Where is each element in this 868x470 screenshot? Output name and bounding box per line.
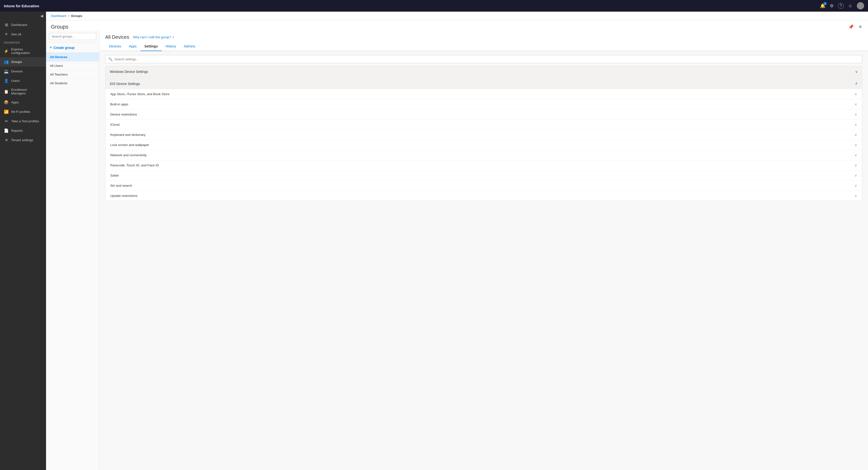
tab-settings[interactable]: Settings xyxy=(141,42,162,51)
sidebar-item-devices[interactable]: 💻 Devices xyxy=(0,67,46,76)
tabs: Devices Apps Settings History Admins xyxy=(99,42,868,51)
dashboard-icon: ⊞ xyxy=(4,23,9,27)
create-group-label: Create group xyxy=(54,46,74,49)
apps-icon: 📦 xyxy=(4,100,9,105)
groups-icon: 👥 xyxy=(4,60,9,64)
item-label: Built-in apps xyxy=(110,102,128,106)
settings-item-siri[interactable]: Siri and search ∨ xyxy=(105,181,862,191)
sidebar-collapse-btn[interactable]: ◀ xyxy=(0,12,46,20)
express-icon: ⚡ xyxy=(4,49,9,54)
external-link-icon: ↗ xyxy=(172,36,174,39)
settings-icon[interactable]: ⚙ xyxy=(830,3,834,8)
sidebar-item-enrollment[interactable]: 📋 Enrollment Managers xyxy=(0,86,46,98)
sidebar-item-express-config[interactable]: ⚡ Express configuration xyxy=(0,45,46,57)
sidebar-item-label: Enrollment Managers xyxy=(11,88,42,95)
windows-settings-header[interactable]: Windows Device Settings ∨ xyxy=(105,66,862,77)
tab-admins[interactable]: Admins xyxy=(180,42,199,51)
group-search-input[interactable] xyxy=(49,33,96,40)
ios-settings-section: iOS Device Settings ∨ App Store, iTunes … xyxy=(105,78,862,201)
enrollment-icon: 📋 xyxy=(4,89,9,94)
chevron-down-icon: ∨ xyxy=(855,143,857,147)
group-name: All Students xyxy=(50,81,67,85)
item-label: Update restrictions xyxy=(110,194,137,198)
settings-search-input[interactable] xyxy=(114,57,859,61)
tab-apps[interactable]: Apps xyxy=(125,42,141,51)
chevron-down-icon: ∨ xyxy=(855,123,857,126)
sidebar-item-label: See all xyxy=(11,32,21,36)
sidebar-item-label: Take a Test profiles xyxy=(11,120,39,123)
sidebar-item-groups[interactable]: 👥 Groups xyxy=(0,57,46,67)
breadcrumb-current: Groups xyxy=(71,14,82,18)
page-header: Groups 📌 ✕ xyxy=(46,20,868,31)
sidebar-item-label: Users xyxy=(11,79,20,82)
pin-button[interactable]: 📌 xyxy=(847,23,855,31)
item-label: Keyboard and dictionary xyxy=(110,133,146,137)
layout: ◀ ⊞ Dashboard ≡ See all FAVORITES ⚡ Expr… xyxy=(0,0,868,470)
chevron-down-icon: ∨ xyxy=(855,174,857,177)
settings-item-lock-screen[interactable]: Lock screen and wallpaper ∨ xyxy=(105,140,862,150)
group-search-container xyxy=(46,31,99,43)
group-name: All Teachers xyxy=(50,73,68,76)
users-icon: 👤 xyxy=(4,78,9,83)
settings-item-update[interactable]: Update restrictions ∨ xyxy=(105,191,862,201)
settings-item-icloud[interactable]: iCloud ∨ xyxy=(105,120,862,130)
windows-settings-label: Windows Device Settings xyxy=(110,70,148,74)
create-group-button[interactable]: + Create group xyxy=(46,43,99,53)
group-list-item-all-students[interactable]: All Students xyxy=(46,79,99,88)
group-title-bar: All Devices Why can't I edit this group?… xyxy=(99,31,868,40)
breadcrumb-parent[interactable]: Dashboard xyxy=(51,14,66,18)
notifications-icon[interactable]: 🔔 3 xyxy=(820,3,825,8)
tab-history[interactable]: History xyxy=(162,42,180,51)
settings-item-safari[interactable]: Safari ∨ xyxy=(105,170,862,181)
sidebar-item-label: Dashboard xyxy=(11,23,27,27)
settings-item-network[interactable]: Network and connectivity ∨ xyxy=(105,150,862,160)
windows-settings-section: Windows Device Settings ∨ xyxy=(105,66,862,77)
sidebar-item-users[interactable]: 👤 Users xyxy=(0,76,46,86)
settings-item-keyboard[interactable]: Keyboard and dictionary ∨ xyxy=(105,130,862,140)
close-button[interactable]: ✕ xyxy=(858,23,863,31)
group-list-item-all-devices[interactable]: All Devices xyxy=(46,53,99,62)
item-label: Passcode, Touch ID, and Face ID xyxy=(110,163,159,167)
edit-group-link[interactable]: Why can't I edit this group? ↗ xyxy=(133,35,174,39)
brand-label: Intune for Education xyxy=(4,4,820,8)
feedback-icon[interactable]: ☺ xyxy=(848,3,852,8)
chevron-down-icon: ∨ xyxy=(855,102,857,106)
ios-settings-label: iOS Device Settings xyxy=(110,82,140,86)
settings-item-device-restrictions[interactable]: Device restrictions ∨ xyxy=(105,109,862,120)
group-name: All Users xyxy=(50,64,63,68)
tab-devices[interactable]: Devices xyxy=(105,42,125,51)
breadcrumb: Dashboard > Groups xyxy=(46,12,868,20)
sidebar-item-tenant[interactable]: ✕ Tenant settings xyxy=(0,135,46,145)
topbar: Intune for Education 🔔 3 ⚙ ? ☺ xyxy=(0,0,868,12)
test-icon: ✏ xyxy=(4,119,9,124)
group-list-item-all-teachers[interactable]: All Teachers xyxy=(46,70,99,79)
sidebar-item-label: Devices xyxy=(11,69,23,73)
item-label: iCloud xyxy=(110,123,120,126)
sidebar-item-label: Groups xyxy=(11,60,22,64)
settings-item-passcode[interactable]: Passcode, Touch ID, and Face ID ∨ xyxy=(105,160,862,170)
ios-settings-header[interactable]: iOS Device Settings ∨ xyxy=(105,78,862,89)
settings-item-built-in-apps[interactable]: Built-in apps ∨ xyxy=(105,99,862,109)
group-list-item-all-users[interactable]: All Users xyxy=(46,62,99,70)
chevron-down-icon: ∨ xyxy=(855,70,858,74)
sidebar-item-wifi[interactable]: 📶 Wi-Fi profiles xyxy=(0,107,46,116)
sidebar-item-reports[interactable]: 📄 Reports xyxy=(0,126,46,135)
avatar[interactable] xyxy=(857,2,864,9)
sidebar-item-label: Apps xyxy=(11,100,19,104)
chevron-down-icon: ∨ xyxy=(855,133,857,137)
plus-icon: + xyxy=(50,45,52,50)
reports-icon: 📄 xyxy=(4,128,9,133)
group-list: All Devices All Users All Teachers All S… xyxy=(46,53,99,470)
breadcrumb-separator: > xyxy=(68,14,70,18)
sidebar-item-apps[interactable]: 📦 Apps xyxy=(0,98,46,107)
content-area: + Create group All Devices All Users All… xyxy=(46,31,868,470)
help-icon[interactable]: ? xyxy=(838,3,844,9)
sidebar-item-dashboard[interactable]: ⊞ Dashboard xyxy=(0,20,46,30)
sidebar-item-see-all[interactable]: ≡ See all xyxy=(0,30,46,39)
list-icon: ≡ xyxy=(4,32,9,36)
group-panel: + Create group All Devices All Users All… xyxy=(46,31,99,470)
item-label: Lock screen and wallpaper xyxy=(110,143,149,147)
ios-settings-body: App Store, iTunes Store, and Book Store … xyxy=(105,89,862,201)
settings-item-app-store[interactable]: App Store, iTunes Store, and Book Store … xyxy=(105,89,862,99)
sidebar-item-take-test[interactable]: ✏ Take a Test profiles xyxy=(0,116,46,126)
